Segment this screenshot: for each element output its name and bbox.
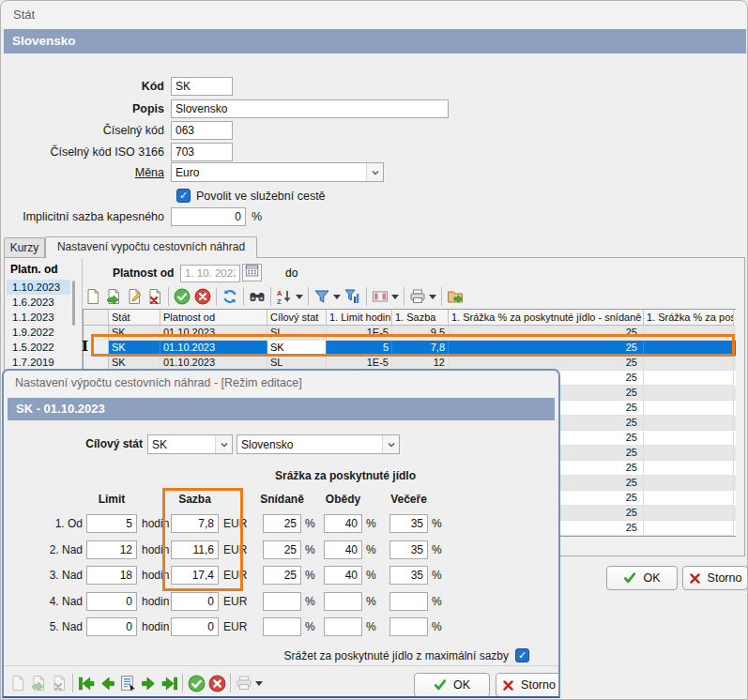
storno-button[interactable]: Storno: [682, 566, 748, 590]
edit-record-button[interactable]: [124, 286, 145, 307]
limit-column-header: Limit: [84, 493, 139, 506]
discard-button[interactable]: [206, 673, 227, 693]
dates-scrollbar[interactable]: [72, 281, 75, 326]
snidane-field[interactable]: [263, 617, 301, 636]
obedy-field[interactable]: [324, 514, 362, 533]
popis-field[interactable]: [171, 99, 449, 118]
list-item[interactable]: 1.5.2022: [7, 340, 70, 355]
sazba-field[interactable]: [171, 617, 219, 636]
col-header-platnost[interactable]: Platnost od: [160, 310, 267, 326]
platnost-od-field[interactable]: [180, 265, 240, 282]
filter-stats-button[interactable]: [343, 286, 363, 307]
list-item[interactable]: 1.6.2023: [7, 295, 70, 310]
print-dropdown-icon[interactable]: [255, 681, 263, 690]
list-item[interactable]: 1.1.2023: [7, 310, 70, 325]
apply-button[interactable]: [172, 286, 192, 307]
list-item[interactable]: 1.7.2019: [7, 355, 70, 370]
record-list-button[interactable]: [117, 673, 138, 693]
col-header-sazba[interactable]: 1. Sazba: [392, 310, 449, 326]
obedy-field[interactable]: [324, 566, 362, 585]
sazba-field[interactable]: [171, 566, 219, 585]
print-button[interactable]: [407, 286, 428, 307]
ciselny-kod-field[interactable]: [171, 121, 233, 140]
col-header-limit[interactable]: 1. Limit hodin: [327, 310, 392, 326]
chevron-down-icon[interactable]: [215, 435, 232, 453]
columns-dropdown-icon[interactable]: [391, 295, 399, 303]
calendar-button[interactable]: [242, 264, 262, 282]
limit-field[interactable]: [86, 566, 137, 585]
snidane-field[interactable]: [263, 514, 301, 533]
sazba-field[interactable]: [171, 592, 219, 611]
export-button[interactable]: [445, 286, 466, 307]
last-record-button[interactable]: [159, 673, 179, 693]
sazba-field[interactable]: [171, 514, 219, 533]
mena-select[interactable]: Euro: [171, 162, 384, 182]
dialog-ok-button[interactable]: OK: [414, 673, 490, 697]
tab-nastaveni-nahrad[interactable]: Nastavení vypočtu cestovních náhrad: [45, 236, 257, 258]
new-record-button[interactable]: [8, 673, 28, 693]
first-record-button[interactable]: [76, 673, 97, 693]
kod-field[interactable]: [171, 77, 233, 96]
new-record-button[interactable]: [83, 286, 103, 307]
copy-record-button[interactable]: [28, 673, 49, 693]
discard-button[interactable]: [192, 286, 213, 307]
srazet-checkbox[interactable]: ✓: [515, 648, 529, 662]
kapesne-field[interactable]: [171, 207, 246, 226]
obedy-field[interactable]: [324, 592, 362, 611]
obedy-field[interactable]: [324, 540, 362, 559]
limit-field[interactable]: [86, 514, 137, 533]
refresh-button[interactable]: [220, 286, 240, 307]
vecere-field[interactable]: [389, 617, 428, 636]
dialog-storno-button[interactable]: Storno: [496, 673, 560, 697]
povolit-checkbox[interactable]: ✓: [176, 189, 191, 203]
columns-button[interactable]: [370, 286, 390, 307]
limit-field[interactable]: [86, 592, 137, 611]
tab-kurzy[interactable]: Kurzy: [4, 237, 45, 258]
snidane-field[interactable]: [263, 566, 301, 585]
iso-kod-field[interactable]: [171, 143, 233, 161]
filter-dropdown-icon[interactable]: [333, 295, 341, 303]
cilovy-stat-name-select[interactable]: Slovensko: [237, 434, 400, 454]
sort-button[interactable]: [274, 286, 295, 307]
cilovy-stat-code-select[interactable]: SK: [147, 434, 233, 454]
table-row[interactable]: SK 01.10.2023 SI 1E-5 9.5 25: [84, 326, 736, 341]
chevron-down-icon[interactable]: [382, 435, 399, 453]
vecere-field[interactable]: [389, 566, 428, 585]
list-item[interactable]: 1.9.2022: [7, 325, 70, 340]
vecere-field[interactable]: [389, 514, 428, 533]
ok-button[interactable]: OK: [606, 566, 678, 590]
table-header-row: Stát Platnost od Cílový stat 1. Limit ho…: [84, 310, 736, 326]
snidane-field[interactable]: [263, 540, 301, 559]
percent-unit: %: [305, 566, 315, 585]
search-button[interactable]: [247, 286, 267, 307]
snidane-field[interactable]: [263, 592, 301, 611]
copy-record-button[interactable]: [103, 286, 124, 307]
col-header-stat[interactable]: Stát: [109, 310, 160, 326]
col-header-cilovy[interactable]: Cílový stat: [267, 310, 327, 326]
col-header-srazka2[interactable]: 1. Srážka % za pos: [644, 310, 734, 326]
row-label: 4. Nad: [23, 592, 83, 608]
limit-field[interactable]: [86, 540, 137, 559]
filter-button[interactable]: [312, 286, 332, 307]
vecere-field[interactable]: [389, 592, 428, 611]
print-button[interactable]: [234, 673, 254, 693]
col-header-srazka1[interactable]: 1. Srážka % za poskytnuté jídlo - snídan…: [449, 310, 644, 326]
sort-dropdown-icon[interactable]: [296, 295, 303, 303]
next-record-button[interactable]: [138, 673, 159, 693]
percent-unit: %: [366, 566, 376, 585]
mena-label[interactable]: Měna: [1, 166, 171, 179]
delete-record-button[interactable]: [145, 286, 165, 307]
limit-field[interactable]: [86, 617, 137, 636]
table-row[interactable]: SK 01.10.2023 SK 5 7,8 25: [84, 341, 736, 356]
obedy-field[interactable]: [324, 617, 362, 636]
hodin-unit: hodin: [142, 592, 169, 611]
vecere-field[interactable]: [389, 540, 428, 559]
chevron-down-icon[interactable]: [366, 163, 383, 181]
apply-button[interactable]: [186, 673, 206, 693]
list-item[interactable]: 1.10.2023: [7, 280, 70, 295]
delete-record-button[interactable]: [49, 673, 69, 693]
previous-record-button[interactable]: [97, 673, 117, 693]
hodin-unit: hodin: [142, 617, 169, 636]
print-dropdown-icon[interactable]: [429, 295, 436, 303]
sazba-field[interactable]: [171, 540, 219, 559]
